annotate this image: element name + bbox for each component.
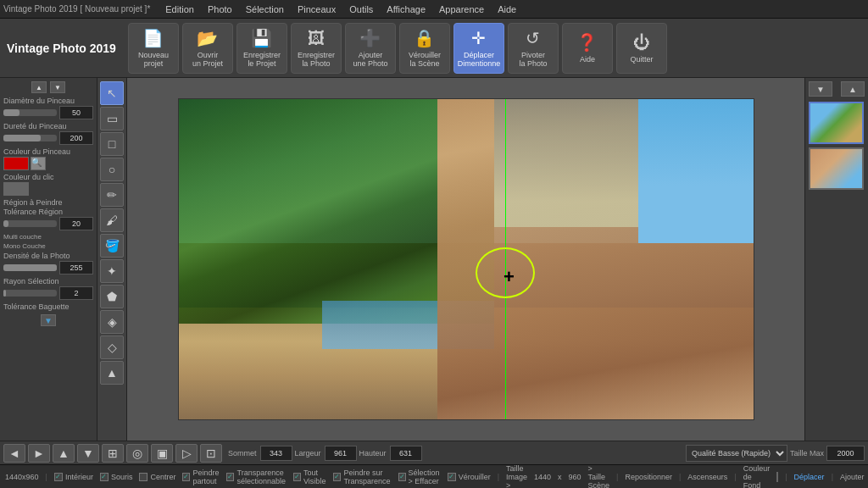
diamond-tool[interactable]: ◇: [100, 336, 124, 359]
centrer-checkbox[interactable]: [139, 473, 147, 481]
zoom-btn[interactable]: ◎: [126, 444, 148, 463]
brush-color-label: Couleur du Pinceau: [3, 147, 93, 156]
brush-color-swatch[interactable]: [3, 157, 29, 170]
open-project-label: Ouvrirun Projet: [192, 51, 223, 68]
tout-visible-checkbox[interactable]: [293, 473, 301, 481]
wand-tolerance-label: Tolérance Baguette: [3, 302, 93, 311]
peindre-partout-label: Peindre partout: [192, 469, 220, 485]
transparence-check[interactable]: Transparence sélectionnable: [226, 469, 287, 485]
redo-button[interactable]: ►: [28, 444, 50, 463]
taille-image-label: Taille Image >: [506, 464, 527, 489]
largeur-label: Largeur: [295, 449, 321, 458]
menu-outils[interactable]: Outils: [342, 3, 380, 16]
repositionner-btn[interactable]: Repositionner: [625, 473, 672, 481]
quit-button[interactable]: ⏻ Quitter: [616, 23, 667, 74]
down-btn[interactable]: ▼: [77, 444, 99, 463]
select-tool[interactable]: ↖: [100, 81, 124, 105]
menu-apparence[interactable]: Apparence: [432, 3, 491, 16]
centrer-check[interactable]: Centrer: [139, 473, 175, 481]
thumb-nav-up[interactable]: ▲: [841, 81, 865, 97]
sommet-input[interactable]: [260, 446, 292, 461]
largeur-input[interactable]: [325, 446, 357, 461]
canvas-area[interactable]: [127, 78, 804, 441]
menu-edition[interactable]: Edition: [159, 3, 201, 16]
selection-effacer-check[interactable]: Sélection > Effacer: [398, 469, 441, 485]
help-button[interactable]: ❓ Aide: [562, 23, 613, 74]
polygon-tool[interactable]: ⬟: [100, 285, 124, 308]
peindre-partout-checkbox[interactable]: [182, 473, 190, 481]
brush-tool[interactable]: 🖌: [100, 208, 124, 232]
thumbnail-person[interactable]: [809, 147, 864, 190]
quit-label: Quitter: [630, 55, 653, 64]
bucket-tool[interactable]: 🪣: [100, 234, 124, 258]
width-val: 1440: [534, 473, 551, 481]
quit-icon: ⏻: [633, 33, 650, 53]
taille-max-input[interactable]: [826, 446, 865, 461]
tout-visible-check[interactable]: Tout Visible: [293, 469, 326, 485]
help-label: Aide: [580, 55, 595, 64]
lock-scene-button[interactable]: 🔒 Vérouillerla Scène: [399, 23, 450, 74]
open-project-button[interactable]: 📂 Ouvrirun Projet: [182, 23, 233, 74]
open-icon: 📂: [197, 28, 218, 48]
nav-down-triangle[interactable]: ▼: [41, 314, 56, 326]
region-paint-label: Région à Peindre: [3, 198, 93, 207]
hardness-input[interactable]: [59, 131, 93, 145]
save-photo-button[interactable]: 🖼 Enregistrerla Photo: [291, 23, 342, 74]
ajouter-btn[interactable]: Ajouter: [840, 473, 865, 481]
fond-color-box[interactable]: [776, 472, 778, 482]
add-photo-button[interactable]: ➕ Ajouterune Photo: [345, 23, 396, 74]
peindre-transparence-check[interactable]: Peindre sur Transparence: [333, 469, 391, 485]
save-project-button[interactable]: 💾 Enregistrerle Projet: [236, 23, 287, 74]
radius-input[interactable]: [59, 286, 93, 300]
triangle-tool[interactable]: ▲: [100, 361, 124, 385]
undo-button[interactable]: ◄: [3, 444, 25, 463]
rotate-icon: ↺: [526, 28, 540, 48]
star-tool[interactable]: ✦: [100, 259, 124, 283]
play-btn[interactable]: ▷: [175, 444, 198, 463]
click-color-swatch[interactable]: [3, 182, 29, 196]
rotate-button[interactable]: ↺ Pivoterla Photo: [508, 23, 559, 74]
density-input[interactable]: [59, 261, 93, 274]
interieur-checkbox[interactable]: [54, 473, 63, 481]
photo-canvas[interactable]: [178, 98, 754, 420]
eyedropper-btn[interactable]: 🔍: [31, 157, 46, 170]
souris-checkbox[interactable]: [100, 473, 108, 481]
clone-tool[interactable]: ◈: [100, 310, 124, 334]
opacity-input[interactable]: [59, 217, 93, 230]
fit-btn[interactable]: ⊞: [102, 444, 124, 463]
save-photo-icon: 🖼: [308, 29, 325, 48]
interieur-check[interactable]: Intérieur: [54, 473, 93, 481]
menu-photo[interactable]: Photo: [201, 3, 239, 16]
selection-effacer-checkbox[interactable]: [398, 473, 406, 481]
menu-selection[interactable]: Sélection: [239, 3, 291, 16]
grid-btn[interactable]: ⊡: [200, 444, 222, 463]
deplacer-btn[interactable]: Déplacer: [794, 473, 825, 481]
transparence-checkbox[interactable]: [226, 473, 234, 481]
pencil-tool[interactable]: ✏: [100, 183, 124, 207]
scroll-up-btn[interactable]: ▲: [31, 81, 47, 93]
scroll-down-btn[interactable]: ▼: [50, 81, 65, 93]
new-project-button[interactable]: 📄 Nouveauprojet: [128, 23, 179, 74]
bottom-toolbar: ◄ ► ▲ ▼ ⊞ ◎ ▣ ▷ ⊡ Sommet Largeur Hauteur…: [0, 441, 868, 464]
diameter-input[interactable]: [59, 106, 93, 119]
thumb-nav-down[interactable]: ▼: [809, 81, 832, 97]
up-btn[interactable]: ▲: [53, 444, 75, 463]
menu-pinceaux[interactable]: Pinceaux: [291, 3, 342, 16]
souris-check[interactable]: Souris: [100, 473, 133, 481]
peindre-trans-checkbox[interactable]: [333, 473, 341, 481]
move-button[interactable]: ✛ DéplacerDimentionne: [453, 23, 504, 74]
ellipse-tool[interactable]: ○: [100, 158, 124, 181]
verouiller-check[interactable]: Vérouiller: [448, 473, 491, 481]
peindre-partout-check[interactable]: Peindre partout: [182, 469, 220, 485]
square-tool[interactable]: □: [100, 132, 124, 156]
menu-aide[interactable]: Aide: [491, 3, 523, 16]
thumbnail-beach[interactable]: [809, 102, 864, 144]
monocouche-label: Mono Couche: [3, 242, 46, 250]
selection-radius-label: Rayon Sélection: [3, 277, 93, 286]
rect-select-tool[interactable]: ▭: [100, 107, 124, 130]
hauteur-input[interactable]: [390, 446, 422, 461]
quality-select[interactable]: Qualité Basse (Rapide) Qualité Haute: [686, 445, 787, 462]
view-btn[interactable]: ▣: [151, 444, 173, 463]
verouiller-checkbox[interactable]: [448, 473, 456, 481]
menu-affichage[interactable]: Affichage: [380, 3, 432, 16]
